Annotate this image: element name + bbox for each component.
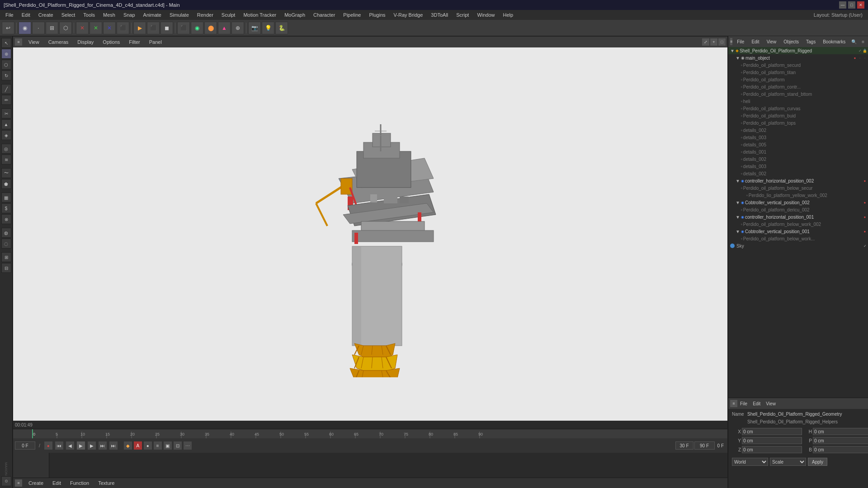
mat-create-tab[interactable]: Create — [26, 479, 46, 487]
edges-mode-button[interactable]: ⊞ — [46, 22, 58, 34]
sphere-button[interactable]: ◉ — [191, 22, 203, 34]
viewport-view-menu[interactable]: View — [26, 38, 42, 46]
menu-mesh[interactable]: Mesh — [99, 11, 119, 19]
x-pos-input[interactable] — [742, 428, 802, 435]
render-all-button[interactable]: ⬛ — [147, 22, 160, 34]
go-to-start-button[interactable]: ⏮ — [55, 441, 64, 450]
scene-objects-menu[interactable]: Objects — [781, 38, 802, 45]
menu-script[interactable]: Script — [453, 11, 472, 19]
scene-panel-icon[interactable]: ≡ — [730, 38, 732, 45]
menu-render[interactable]: Render — [193, 11, 217, 19]
tree-item-controller-h-002[interactable]: ▼ ◉ controller_horizontal_position_002 ● — [728, 177, 868, 184]
magnet-tool[interactable]: ◎ — [1, 144, 11, 154]
menu-mograph[interactable]: MoGraph — [281, 11, 309, 19]
worldspace-button[interactable]: ⬛ — [117, 22, 129, 34]
rigging-tool[interactable]: ⊗ — [1, 214, 11, 224]
tree-item-details-003b[interactable]: ▫ details_003 — [728, 163, 868, 170]
tree-item-tops[interactable]: ▫ Perdido_oil_platform_tops — [728, 119, 868, 127]
knife-tool[interactable]: ✂ — [1, 108, 11, 118]
tree-item-controller-v-002[interactable]: ▼ ◉ Cobtroller_vertical_position_002 ● — [728, 199, 868, 206]
timeline-mode-2[interactable]: ▣ — [163, 441, 172, 450]
camera-button[interactable]: 📷 — [248, 22, 261, 34]
record-key-button[interactable]: ● — [44, 441, 53, 450]
tree-item-stand-bttom[interactable]: ▫ Perdido_oil_platform_stand_bttom — [728, 90, 868, 98]
menu-select[interactable]: Select — [58, 11, 79, 19]
scene-bookmarks-menu[interactable]: Bookmarks — [820, 38, 848, 45]
world-select[interactable]: World — [732, 458, 768, 466]
undo-button[interactable]: ↩ — [2, 22, 14, 34]
viewport-options-menu[interactable]: Options — [100, 38, 123, 46]
tree-item-details-002a[interactable]: ▫ details_002 — [728, 127, 868, 134]
fullscreen-icon[interactable]: □ — [718, 38, 726, 46]
bevel-tool[interactable]: ◈ — [1, 130, 11, 140]
cylinder-button[interactable]: ⬤ — [204, 22, 217, 34]
tree-item-titan[interactable]: ▫ Perdido_oil_platform_titan — [728, 69, 868, 76]
lock-icon[interactable]: + — [710, 38, 717, 46]
expand-icon[interactable]: ⤢ — [702, 38, 709, 46]
tree-item-platform[interactable]: ▫ Perdido_oil_platform — [728, 76, 868, 83]
tree-item-main-object[interactable]: ▼ ◉ main_object ● · · — [728, 54, 868, 61]
tree-item-details-003[interactable]: ▫ details_003 — [728, 134, 868, 141]
viewport-filter-menu[interactable]: Filter — [126, 38, 142, 46]
attr-edit-menu[interactable]: Edit — [750, 400, 763, 407]
go-to-end-button[interactable]: ⏭ — [98, 441, 107, 450]
select-tool[interactable]: ↖ — [1, 38, 11, 48]
mat-function-tab[interactable]: Function — [67, 479, 92, 487]
auto-key-button[interactable]: A — [133, 441, 142, 450]
scale-tool[interactable]: ⬡ — [1, 60, 11, 70]
rotate-tool[interactable]: ↻ — [1, 70, 11, 80]
tree-item-details-001[interactable]: ▫ details_001 — [728, 148, 868, 155]
menu-animate[interactable]: Animate — [140, 11, 165, 19]
python-button[interactable]: 🐍 — [275, 22, 288, 34]
points-mode-button[interactable]: · — [32, 22, 45, 34]
z-pos-input[interactable] — [742, 446, 802, 453]
apply-button[interactable]: Apply — [808, 458, 827, 466]
y-size-input[interactable] — [813, 437, 868, 444]
extrude-tool[interactable]: ▲ — [1, 119, 11, 129]
line-tool[interactable]: ╱ — [1, 84, 11, 94]
scene-edit-menu[interactable]: Edit — [749, 38, 762, 45]
smooth-tool[interactable]: ≋ — [1, 155, 11, 164]
tree-item-yellow-work-002[interactable]: ▫ Perdido_lio_platform_yellow_work_002 — [728, 192, 868, 199]
z-axis-button[interactable]: ✕ — [103, 22, 116, 34]
tree-item-sky[interactable]: Sky ✓ — [728, 242, 868, 249]
window-controls[interactable]: — □ ✕ — [839, 1, 864, 9]
texture-tool[interactable]: ▦ — [1, 192, 11, 202]
polygons-mode-button[interactable]: ⬡ — [59, 22, 72, 34]
attr-panel-icon[interactable]: ≡ — [730, 400, 737, 407]
loop-button[interactable]: ⏭ — [109, 441, 118, 450]
play-forward-button[interactable]: ▶ — [87, 441, 96, 450]
menu-pipeline[interactable]: Pipeline — [340, 11, 364, 19]
menu-window[interactable]: Window — [473, 11, 498, 19]
sculpt-tool[interactable]: ◌ — [1, 239, 11, 249]
tree-item-below-secur[interactable]: ▫ Perdido_oil_platform_below_secur — [728, 184, 868, 192]
timeline-mode-4[interactable]: ⋯ — [183, 441, 192, 450]
tree-item-details-002c[interactable]: ▫ details_002 — [728, 170, 868, 177]
move-tool[interactable]: ⊕ — [1, 49, 11, 59]
spline-tool[interactable]: 〜 — [1, 168, 11, 178]
minimize-button[interactable]: — — [839, 1, 846, 9]
menu-character[interactable]: Character — [310, 11, 339, 19]
tree-item-dericu-002[interactable]: ▫ Perdido_oil_platform_dericu_002 — [728, 206, 868, 213]
tree-item-curvas[interactable]: ▫ Perdido_oil_platform_curvas — [728, 105, 868, 112]
object-mode-button[interactable]: ◉ — [19, 22, 31, 34]
menu-3dtoall[interactable]: 3DToAll — [427, 11, 452, 19]
menu-vray[interactable]: V-Ray Bridge — [390, 11, 427, 19]
attr-file-menu[interactable]: File — [737, 400, 750, 407]
render-frame-button[interactable]: ▶ — [133, 22, 146, 34]
render-region-button[interactable]: ◼ — [160, 22, 173, 34]
scene-view-menu[interactable]: View — [764, 38, 779, 45]
tree-item-buid[interactable]: ▫ Perdido_oil_platform_buid — [728, 112, 868, 119]
menu-motion-tracker[interactable]: Motion Tracker — [240, 11, 280, 19]
end-frame-input[interactable] — [694, 441, 715, 450]
material-panel-icon[interactable]: ≡ — [15, 479, 22, 487]
scene-tags-menu[interactable]: Tags — [803, 38, 818, 45]
menu-sculpt[interactable]: Sculpt — [218, 11, 239, 19]
tree-item-controller-h-001[interactable]: ▼ ◉ controller_horizontal_position_001 ● — [728, 213, 868, 221]
play-reverse-button[interactable]: ◀ — [66, 441, 75, 450]
menu-file[interactable]: File — [2, 11, 17, 19]
scale-select[interactable]: Scale — [770, 458, 806, 466]
mat-texture-tab[interactable]: Texture — [95, 479, 117, 487]
tree-item-below-work-002[interactable]: ▫ Perdido_oil_platform_below_work_002 — [728, 221, 868, 228]
tree-item-details-002b[interactable]: ▫ details_002 — [728, 155, 868, 163]
